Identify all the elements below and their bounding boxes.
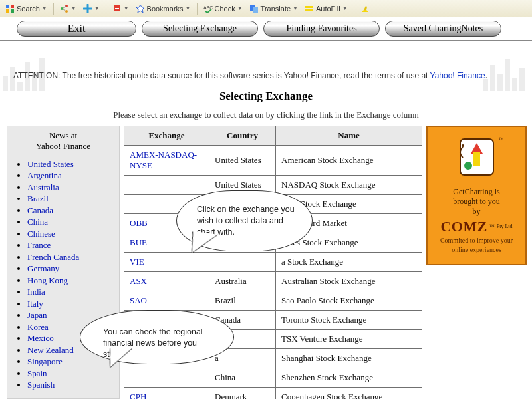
news-link[interactable]: New Zealand [27,345,74,355]
exit-button[interactable]: Exit [17,21,136,37]
toolbar-autofill[interactable]: AutoFill ▼ [302,3,350,15]
news-link[interactable]: United States [27,159,74,169]
toolbar-bookmarks[interactable]: Bookmarks ▼ [133,3,194,15]
news-link[interactable]: Canada [27,205,53,215]
svg-rect-2 [6,9,9,13]
highlighter-icon [360,4,370,13]
news-link[interactable]: Germany [27,263,59,273]
attention-link[interactable]: Yahoo! Finance [430,71,485,80]
promo-brand: COMZ [440,218,487,235]
cell-name: Toronto Stock Exchange [276,311,422,330]
toolbar-share[interactable]: ▼ [57,3,79,15]
cell-country: Denmark [209,388,276,400]
news-item: Canada [27,205,116,216]
news-item: Spanish [27,380,116,390]
exchange-link[interactable]: CPH [130,392,146,399]
table-row: ChinaShenzhen Stock Exchange [124,368,422,388]
news-item: China [27,217,116,227]
toolbar-notif[interactable]: ▼ [110,3,132,15]
news-item: Italy [27,299,116,309]
news-link[interactable]: Singapore [27,356,63,366]
col-name: Name [276,126,422,146]
exchange-link[interactable]: SAO [130,295,147,305]
nav-row: Exit Selecting Exchange Finding Favourit… [0,17,532,40]
selecting-exchange-button[interactable]: Selecting Exchange [142,21,258,37]
cell-country: China [209,368,276,388]
cell-exchange [124,368,209,388]
cell-exchange: CPH [124,388,209,400]
toolbar-search[interactable]: Search ▼ [3,3,50,15]
toolbar-sep [197,3,198,15]
toolbar-highlight[interactable] [358,3,372,15]
news-link[interactable]: Spanish [27,380,55,390]
tm-icon: ™ [499,136,504,142]
toolbar-check[interactable]: ABC Check ▼ [201,3,245,15]
news-item: French Canada [27,252,116,263]
exchange-link[interactable]: BUE [130,237,147,247]
news-link[interactable]: Argentina [27,170,62,180]
promo-line3: by [430,207,523,217]
callout-exchange-tip: Click on the exchange you wish to collec… [176,190,313,251]
selecting-exchange-button-label: Selecting Exchange [163,23,237,34]
toolbar-plus[interactable]: ▼ [80,3,102,15]
chevron-down-icon: ▼ [186,5,191,11]
toolbar-sep [106,3,106,15]
news-link[interactable]: Spain [27,368,47,378]
callout-tail [190,231,217,256]
news-link[interactable]: India [27,287,45,297]
news-link[interactable]: China [27,217,48,227]
page-title: Selecting Exchange [0,90,532,103]
news-link[interactable]: Mexico [27,333,54,343]
table-row: VIEa Stock Exchange [124,253,422,272]
news-link[interactable]: Brazil [27,194,49,203]
saved-chartingnotes-button[interactable]: Saved ChartingNotes [385,21,501,37]
col-country: Country [209,126,276,146]
news-header: News at Yahoo! Finance [10,130,116,152]
toolbar-sep [53,3,54,15]
exchange-link[interactable]: AMEX-NASDAQ-NYSE [130,150,197,170]
toolbar-autofill-label: AutoFill [316,5,340,13]
news-link[interactable]: Hong Kong [27,275,68,285]
svg-rect-9 [115,8,119,9]
news-link[interactable]: Italy [27,299,43,309]
cell-name: TSX Venture Exchange [276,330,422,349]
notification-icon [112,4,122,13]
svg-point-18 [462,144,464,147]
news-link[interactable]: Japan [27,310,47,320]
toolbar-translate[interactable]: Translate ▼ [247,3,301,15]
cell-country: Australia [209,272,276,291]
spellcheck-icon: ABC [203,4,213,13]
promo-line1: GetCharting is [430,187,523,197]
news-link[interactable]: Australia [27,182,59,192]
news-item: Chinese [27,229,116,239]
cell-name: NASDAQ Stock Exchange [276,176,422,195]
news-link[interactable]: French Canada [27,252,79,262]
finding-favourites-button[interactable]: Finding Favourites [263,21,380,37]
page-subtitle: Please select an exchange to collect dat… [0,110,532,120]
exchange-link[interactable]: VIE [130,257,144,267]
chevron-down-icon: ▼ [237,5,243,11]
exit-button-label: Exit [68,23,86,35]
finding-favourites-button-label: Finding Favourites [286,23,356,34]
svg-rect-8 [115,7,119,7]
exchange-link[interactable]: OBB [130,218,148,228]
cell-exchange: ASX [124,272,209,291]
autofill-icon [305,4,314,13]
news-header-line1: News at [49,130,77,140]
promo-tag1: Commited to improve your [430,237,523,245]
news-link[interactable]: Chinese [27,229,55,239]
table-header-row: Exchange Country Name [124,126,422,146]
star-icon [136,4,145,13]
cell-exchange [124,176,209,195]
promo-box: ™ GetCharting is brought to you by COMZ … [426,126,527,265]
attention-prefix: ATTENTION: The free historical quote dat… [13,71,430,80]
chevron-down-icon: ▼ [94,5,100,11]
news-link[interactable]: France [27,240,51,250]
cell-exchange: AMEX-NASDAQ-NYSE [124,146,209,176]
cell-country [209,253,276,272]
news-link[interactable]: Korea [27,322,49,332]
exchange-link[interactable]: ASX [130,276,147,286]
tm-icon: ™ [489,223,495,229]
table-row: ASXAustraliaAustralian Stock Exchange [124,272,422,291]
callout-tail [109,347,132,368]
